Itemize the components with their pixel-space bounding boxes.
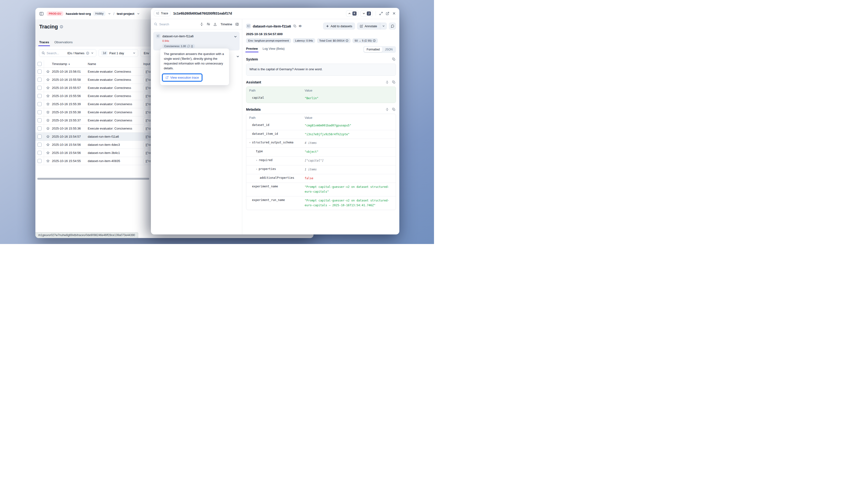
format-toggle: Formatted JSON: [363, 46, 396, 53]
format-json-option[interactable]: JSON: [382, 47, 395, 52]
row-checkbox[interactable]: [35, 86, 44, 90]
info-icon[interactable]: [60, 25, 63, 28]
divider: [376, 11, 376, 16]
assistant-heading: Assistant: [246, 80, 261, 84]
tooltip-text: The generation answers the question with…: [164, 52, 225, 71]
assistant-section-header: Assistant: [246, 80, 396, 84]
timeline-toggle[interactable]: Timeline: [220, 23, 232, 26]
bookmark-star-icon[interactable]: [44, 86, 52, 90]
metadata-row[interactable]: type "object": [246, 148, 396, 156]
bookmark-star-icon[interactable]: [44, 143, 52, 147]
horizontal-scrollbar[interactable]: [37, 178, 149, 180]
add-to-datasets-button[interactable]: Add to datasets: [323, 23, 355, 30]
bookmark-star-icon[interactable]: [44, 159, 52, 163]
expand-rows-icon[interactable]: [385, 80, 389, 84]
expand-rows-icon[interactable]: [385, 107, 389, 111]
row-checkbox[interactable]: [35, 78, 44, 82]
collapse-panel-icon[interactable]: [235, 23, 239, 26]
highlight-annotation-box: View execution trace: [162, 73, 203, 82]
metadata-row[interactable]: › properties 1 items: [246, 165, 396, 174]
org-switcher-chevron-icon[interactable]: [108, 12, 111, 15]
copy-icon[interactable]: [293, 24, 297, 28]
copy-icon[interactable]: [392, 57, 396, 61]
row-checkbox[interactable]: [35, 69, 44, 74]
bookmark-star-icon[interactable]: [44, 102, 52, 106]
metadata-row[interactable]: dataset_id "cmg81vm6m001bad07gpuoapu5": [246, 121, 396, 130]
bookmark-star-icon[interactable]: [44, 119, 52, 122]
metadata-row[interactable]: › required ["capital"]: [246, 156, 396, 165]
column-header-input[interactable]: Input: [143, 62, 150, 66]
tab-observations[interactable]: Observations: [54, 40, 73, 46]
bookmark-star-icon[interactable]: [44, 135, 52, 138]
metadata-row[interactable]: dataset_item_id "i3nz7e9jfjv9z58r4fh2zpt…: [246, 130, 396, 139]
info-icon: [345, 39, 348, 42]
column-header-timestamp[interactable]: Timestamp▼: [52, 62, 88, 66]
row-checkbox[interactable]: [35, 159, 44, 163]
search-input[interactable]: Search... IDs / Names: [39, 49, 96, 57]
plan-badge: Hobby: [93, 11, 105, 16]
row-checkbox[interactable]: [35, 135, 44, 139]
search-icon: [41, 52, 45, 55]
bookmark-star-icon[interactable]: [44, 110, 52, 114]
view-execution-trace-link[interactable]: View execution trace: [163, 74, 202, 81]
metadata-row[interactable]: › structured_output_schema 4 items: [246, 139, 396, 148]
tree-icon: [156, 12, 159, 15]
detail-title: dataset-run-item-f11a6: [253, 24, 291, 28]
bookmark-star-icon[interactable]: [44, 127, 52, 130]
close-icon[interactable]: [392, 11, 397, 16]
bookmark-star-icon[interactable]: [44, 70, 52, 73]
comments-button[interactable]: [389, 23, 396, 30]
scope-chevron-icon[interactable]: [91, 52, 94, 55]
bookmark-star-icon[interactable]: [44, 151, 52, 155]
time-range-filter[interactable]: 1d Past 1 day: [98, 49, 138, 57]
row-checkbox[interactable]: [35, 118, 44, 122]
scope-info-icon[interactable]: [86, 52, 89, 55]
expand-fullscreen-icon[interactable]: [379, 11, 383, 16]
chevron-down-icon[interactable]: [236, 55, 240, 58]
row-checkbox[interactable]: [35, 110, 44, 114]
copy-icon[interactable]: [392, 80, 396, 84]
row-timestamp: 2025-10-16 15:55:36: [52, 127, 88, 130]
row-name: dataset-run-item-f11a6: [88, 135, 143, 138]
comment-icon: [187, 45, 190, 47]
format-formatted-option[interactable]: Formatted: [364, 47, 382, 52]
tab-preview[interactable]: Preview: [246, 47, 258, 52]
row-timestamp: 2025-10-16 15:54:57: [52, 135, 88, 138]
row-checkbox[interactable]: [35, 126, 44, 130]
org-name[interactable]: hassieb-test-org: [66, 12, 91, 15]
external-link-icon: [165, 76, 168, 79]
system-section-header: System: [246, 57, 396, 61]
chevron-down-icon[interactable]: [234, 35, 237, 38]
row-checkbox[interactable]: [35, 143, 44, 147]
project-switcher-chevron-icon[interactable]: [137, 12, 140, 15]
row-timestamp: 2025-10-16 15:56:01: [52, 70, 88, 73]
tab-log-view[interactable]: Log View (Beta): [262, 47, 284, 52]
project-name[interactable]: test-project: [117, 12, 134, 15]
assistant-row[interactable]: capital "Berlin": [246, 94, 396, 103]
collapse-all-icon[interactable]: [200, 23, 204, 26]
annotate-dropdown-chevron-icon[interactable]: [380, 23, 387, 30]
tree-search-input[interactable]: Search: [154, 23, 197, 26]
nav-next-button[interactable]: J: [360, 10, 373, 17]
tab-traces[interactable]: Traces: [39, 40, 49, 46]
annotate-button[interactable]: Annotate: [357, 23, 380, 30]
metadata-row[interactable]: experiment_run_name "Prompt capital-gues…: [246, 196, 396, 210]
column-header-name[interactable]: Name: [88, 62, 143, 66]
nav-previous-button[interactable]: K: [346, 10, 359, 17]
copy-icon[interactable]: [392, 107, 396, 111]
metadata-row[interactable]: additionalProperties false: [246, 174, 396, 183]
sidebar-toggle-icon[interactable]: [39, 11, 44, 17]
bookmark-star-icon[interactable]: [44, 94, 52, 98]
tree-item-root[interactable]: dataset-run-item-f11a6 0.94s Conciseness…: [153, 32, 240, 51]
detail-tabs: Preview Log View (Beta) Formatted JSON: [246, 46, 396, 53]
row-checkbox[interactable]: [35, 151, 44, 155]
bookmark-star-icon[interactable]: [44, 78, 52, 82]
metadata-row[interactable]: experiment_name "Prompt capital-guesser-…: [246, 183, 396, 196]
download-icon[interactable]: [213, 23, 217, 26]
row-checkbox[interactable]: [35, 102, 44, 106]
settings-sliders-icon[interactable]: [207, 23, 210, 26]
select-all-checkbox[interactable]: [35, 62, 44, 66]
score-badge[interactable]: Conciseness: 1.00 {}: [162, 44, 195, 48]
open-external-icon[interactable]: [385, 11, 390, 16]
row-checkbox[interactable]: [35, 94, 44, 98]
